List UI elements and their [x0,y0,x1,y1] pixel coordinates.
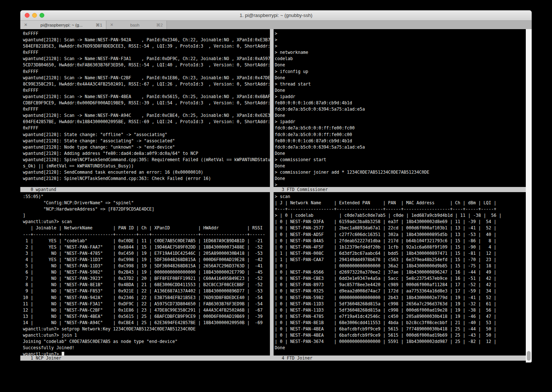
pane-title-ftd-commissioner[interactable]: 3 FTD Commissioner [282,187,328,192]
tab-label: pi@raspberrypi: ~ (g... [30,23,93,27]
window-titlebar[interactable]: 1. pi@raspberrypi: ~ (gnubby-ssh) [20,10,532,21]
wpanctl-prompt-line: wpanctl:utun7> [23,351,270,355]
window-title: 1. pi@raspberrypi: ~ (gnubby-ssh) [20,10,532,20]
pane-title-ncp-joiner[interactable]: 1 NCP Joiner [31,355,61,361]
commissioner-cli-output: > > > > networkname codelab Done > ifcon… [275,31,526,187]
pane-ftd-joiner[interactable]: > scan | J | Network Name | Extended PAN… [274,192,526,355]
close-window-button[interactable] [25,13,30,18]
tab-bar-filler [167,21,532,29]
tab-shortcut: ⌘2 [156,22,163,28]
minimize-window-button[interactable] [32,13,37,18]
tab-close-icon[interactable]: ✕ [24,22,27,27]
pane-ftd-commissioner[interactable]: > > > > networkname codelab Done > ifcon… [274,29,526,187]
tab-bash[interactable]: ✕ bash ⌘2 [106,21,167,29]
pane-divider[interactable] [270,29,274,361]
pane-ncp-joiner[interactable]: :55:05)" "Config:NCP:DriverName" => "spi… [20,192,270,355]
tab-ssh-session[interactable]: ✕ pi@raspberrypi: ~ (g... ⌘1 [20,21,106,29]
zoom-window-button[interactable] [40,13,44,18]
traffic-lights [25,13,44,18]
tab-shortcut: ⌘1 [96,22,102,28]
wpantund-log-output: 0xFFFF wpantund[2128]: Scan -> Name:NEST… [23,31,270,182]
scrollbar-track[interactable] [526,29,532,362]
pane-wpantund[interactable]: 0xFFFF wpantund[2128]: Scan -> Name:NEST… [20,29,270,187]
wpanctl-cli-output: :55:05)" "Config:NCP:DriverName" => "spi… [23,194,270,351]
tab-close-icon[interactable]: ✕ [110,22,113,27]
tab-label: bash [116,23,153,27]
pane-title-bar-bottom: 1 NCP Joiner 4 FTD Joiner [20,355,526,361]
scrollbar-thumb[interactable] [527,351,531,361]
joiner-scan-output: > scan | J | Network Name | Extended PAN… [275,194,526,351]
pane-title-ftd-joiner[interactable]: 4 FTD Joiner [282,355,312,361]
terminal-window: 1. pi@raspberrypi: ~ (gnubby-ssh) ✕ pi@r… [20,10,532,362]
tab-bar: ✕ pi@raspberrypi: ~ (g... ⌘1 ✕ bash ⌘2 [20,21,532,29]
pane-title-bar-top: 0 wpantund 3 FTD Commissioner [20,187,526,192]
terminal-content: 0xFFFF wpantund[2128]: Scan -> Name:NEST… [20,29,532,362]
wpanctl-prompt: wpanctl:utun7> [23,351,62,355]
pane-title-wpantund[interactable]: 0 wpantund [31,187,56,192]
terminal-cursor [62,352,64,355]
